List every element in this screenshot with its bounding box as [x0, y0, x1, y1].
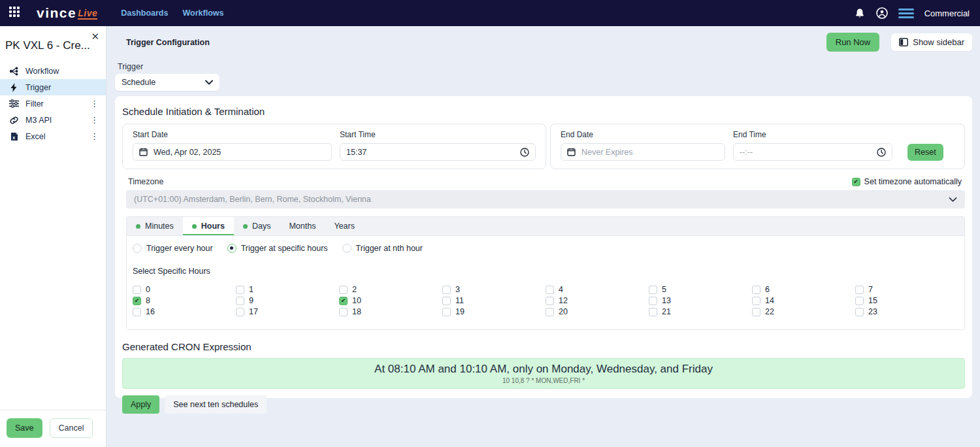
hour-checkbox-2[interactable]: ✔ 2 — [339, 285, 442, 294]
hour-label: 14 — [765, 296, 774, 305]
menu-hamburger-icon[interactable] — [898, 8, 914, 18]
hour-checkbox-23[interactable]: ✔ 23 — [855, 307, 958, 316]
tab-years[interactable]: Years — [325, 217, 364, 235]
sidebar-item-workflow[interactable]: Workflow ⋮ — [0, 63, 106, 79]
checkbox-icon: ✔ — [855, 286, 864, 294]
sidebar-item-trigger[interactable]: Trigger ⋮ — [0, 79, 106, 95]
start-date-label: Start Date — [133, 130, 332, 139]
excel-icon: x — [9, 132, 19, 141]
close-icon[interactable]: ✕ — [91, 31, 99, 41]
radio-trigger-at-nth-hour[interactable]: Trigger at nth hour — [342, 244, 423, 253]
sidebar-item-m3-api[interactable]: M3 API ⋮ — [0, 112, 106, 128]
schedule-heading: Schedule Initiation & Termination — [122, 106, 965, 117]
hour-checkbox-22[interactable]: ✔ 22 — [752, 307, 855, 316]
show-sidebar-button[interactable]: Show sidebar — [891, 33, 972, 51]
tab-days[interactable]: Days — [234, 217, 280, 235]
radio-trigger-every-hour[interactable]: Trigger every hour — [133, 244, 213, 253]
brand-logo[interactable]: vince Live — [37, 5, 97, 21]
main-content: Trigger Configuration Run Now Show sideb… — [106, 26, 980, 447]
select-hours-label: Select Specific Hours — [133, 267, 958, 276]
hour-checkbox-19[interactable]: ✔ 19 — [442, 307, 546, 316]
cron-expression: 10 10,8 ? * MON,WED,FRI * — [502, 377, 585, 384]
apply-button[interactable]: Apply — [122, 395, 159, 414]
radio-trigger-at-specific-hours[interactable]: Trigger at specific hours — [227, 244, 328, 253]
hour-checkbox-5[interactable]: ✔ 5 — [649, 285, 752, 294]
checkbox-icon: ✔ — [649, 308, 657, 316]
radio-icon — [342, 244, 351, 253]
reset-button[interactable]: Reset — [907, 144, 943, 161]
app-grid-icon[interactable] — [9, 7, 22, 20]
kebab-menu-icon[interactable]: ⋮ — [88, 99, 101, 108]
hour-checkbox-11[interactable]: ✔ 11 — [442, 296, 546, 305]
trigger-label: Trigger — [115, 62, 972, 71]
sidebar-layout-icon — [899, 38, 908, 46]
hour-checkbox-16[interactable]: ✔ 16 — [133, 307, 236, 316]
hour-label: 1 — [249, 285, 253, 294]
save-button[interactable]: Save — [7, 418, 42, 438]
hour-checkbox-7[interactable]: ✔ 7 — [855, 285, 958, 294]
radio-label: Trigger at nth hour — [356, 244, 423, 253]
end-time-input[interactable]: --:-- — [733, 143, 892, 161]
hour-label: 3 — [455, 285, 460, 294]
hour-label: 20 — [559, 307, 568, 316]
cancel-button[interactable]: Cancel — [50, 418, 93, 438]
hour-checkbox-1[interactable]: ✔ 1 — [236, 285, 339, 294]
kebab-menu-icon[interactable]: ⋮ — [88, 131, 101, 141]
bell-icon[interactable] — [854, 7, 866, 19]
status-dot-icon — [136, 224, 140, 229]
hour-checkbox-9[interactable]: ✔ 9 — [236, 296, 339, 305]
end-date-label: End Date — [561, 130, 725, 139]
hours-tab-content: Trigger every hour Trigger at specific h… — [127, 236, 964, 329]
status-dot-icon — [243, 224, 248, 229]
start-date-input[interactable]: Wed, Apr 02, 2025 — [133, 143, 332, 161]
kebab-menu-icon[interactable]: ⋮ — [88, 115, 101, 125]
hour-checkbox-6[interactable]: ✔ 6 — [752, 285, 855, 294]
sidebar-nav: Workflow ⋮ Trigger ⋮ Filter ⋮ M3 API ⋮ x… — [0, 63, 106, 144]
tab-label: Years — [334, 222, 355, 231]
checkbox-icon: ✔ — [133, 308, 141, 316]
hour-label: 16 — [146, 307, 155, 316]
hour-checkbox-8[interactable]: ✔ 8 — [133, 296, 236, 305]
start-time-input[interactable]: 15:37 — [340, 143, 536, 161]
radio-icon — [227, 244, 237, 253]
user-avatar-icon[interactable] — [876, 7, 888, 19]
checkbox-icon: ✔ — [752, 286, 760, 294]
nav-link-dashboards[interactable]: Dashboards — [121, 8, 168, 18]
workflow-sidebar: ✕ PK VXL 6 - Cre... Workflow ⋮ Trigger ⋮… — [0, 26, 106, 447]
sidebar-item-filter[interactable]: Filter ⋮ — [0, 95, 106, 112]
checkbox-icon: ✔ — [546, 308, 554, 316]
checkbox-checked-icon: ✔ — [852, 178, 860, 186]
hour-checkbox-13[interactable]: ✔ 13 — [649, 296, 752, 305]
hour-checkbox-12[interactable]: ✔ 12 — [546, 296, 649, 305]
timezone-select[interactable]: (UTC+01:00) Amsterdam, Berlin, Bern, Rom… — [126, 190, 965, 208]
hour-checkbox-10[interactable]: ✔ 10 — [339, 296, 442, 305]
checkbox-icon: ✔ — [855, 308, 864, 316]
hour-checkbox-18[interactable]: ✔ 18 — [339, 307, 442, 316]
hour-checkbox-20[interactable]: ✔ 20 — [546, 307, 649, 316]
tab-months[interactable]: Months — [280, 217, 325, 235]
hour-label: 9 — [249, 296, 253, 305]
workflow-title: PK VXL 6 - Cre... — [0, 26, 106, 63]
tab-hours[interactable]: Hours — [183, 217, 234, 235]
checkbox-icon: ✔ — [752, 297, 760, 305]
hour-checkbox-14[interactable]: ✔ 14 — [752, 296, 855, 305]
hour-checkbox-21[interactable]: ✔ 21 — [649, 307, 752, 316]
hour-label: 5 — [662, 285, 666, 294]
hour-checkbox-0[interactable]: ✔ 0 — [133, 285, 236, 294]
checkbox-icon: ✔ — [546, 297, 554, 305]
run-now-button[interactable]: Run Now — [826, 33, 879, 52]
page-title: Trigger Configuration — [115, 38, 210, 47]
tab-minutes[interactable]: Minutes — [127, 217, 183, 235]
hour-mode-radios: Trigger every hour Trigger at specific h… — [133, 244, 958, 253]
trigger-type-select[interactable]: Schedule — [115, 74, 220, 91]
end-date-input[interactable]: Never Expires — [561, 143, 725, 161]
timezone-auto-toggle[interactable]: ✔ Set timezone automatically — [852, 177, 962, 186]
hour-checkbox-4[interactable]: ✔ 4 — [546, 285, 649, 294]
nav-link-workflows[interactable]: Workflows — [182, 8, 223, 18]
sidebar-item-excel[interactable]: x Excel ⋮ — [0, 128, 106, 144]
hour-checkbox-15[interactable]: ✔ 15 — [855, 296, 958, 305]
see-next-schedules-button[interactable]: See next ten schedules — [165, 395, 267, 414]
hour-checkbox-17[interactable]: ✔ 17 — [236, 307, 339, 316]
hour-label: 15 — [868, 296, 877, 305]
hour-checkbox-3[interactable]: ✔ 3 — [442, 285, 546, 294]
